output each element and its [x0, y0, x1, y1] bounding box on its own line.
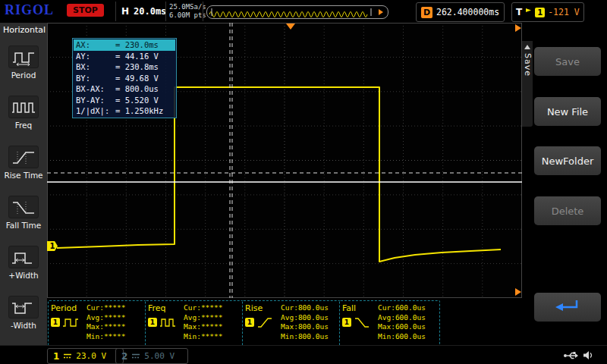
freq-icon: [8, 96, 39, 118]
cursor-row-ax: AX:= 230.0ms: [74, 39, 175, 51]
channel-badge: 1: [342, 318, 351, 327]
run-state-badge[interactable]: STOP: [67, 4, 104, 17]
off-screen-right-marker: [515, 24, 521, 32]
ch1-coupling-icon: [63, 353, 72, 359]
measurement-max: Max:*****: [86, 322, 146, 332]
ch2-scale: 5.00 V: [144, 351, 175, 361]
sidebar-item-freq[interactable]: Freq: [0, 87, 47, 137]
sidebar-item-label: Period: [11, 71, 36, 80]
ch1-status[interactable]: 1 23.0 V: [47, 348, 124, 364]
measurement-cur: Cur:800.0us: [281, 303, 340, 313]
cursor-row-ay: AY:= 44.16 V: [74, 51, 175, 62]
channel-badge: 1: [51, 318, 60, 327]
usb-icon: [563, 350, 579, 361]
oscilloscope-screen: RIGOL STOP H 20.0ms 25.0MSa/s 6.00M pts …: [0, 0, 607, 364]
rise-meas-icon: [256, 316, 273, 328]
save-menu: Save Save New File NewFolder Delete: [522, 23, 607, 345]
channel-badge: 1: [148, 318, 157, 327]
measurement-min: Min:800.0us: [281, 332, 340, 342]
delay-readout: D 262.400000ms: [416, 2, 505, 22]
cursor-row-by: BY:= 49.68 V: [74, 73, 175, 84]
sound-icon[interactable]: [583, 350, 593, 360]
measurement-bar: Period 1 Cur:***** Avg:***** Max:***** M…: [47, 298, 522, 345]
measurement-cur: Cur:*****: [86, 303, 146, 313]
measurement-avg: Avg:*****: [184, 313, 243, 323]
trigger-level-marker: [515, 288, 521, 296]
period-meas-icon: [62, 316, 79, 328]
trigger-label: T: [516, 7, 522, 17]
cursor-readout-panel: AX:= 230.0ms AY:= 44.16 V BX:= 230.8ms B…: [72, 38, 177, 118]
divider: [203, 2, 203, 21]
ch1-scale: 23.0 V: [76, 351, 106, 361]
ch1-label: 1: [53, 351, 59, 362]
channel-status-bar: 1 23.0 V 2 5.00 V: [0, 345, 607, 364]
trigger-flag-icon: [525, 8, 532, 17]
horizontal-label: H: [121, 6, 129, 17]
trigger-source-badge: 1: [535, 8, 545, 17]
sidebar-item-label: Rise Time: [4, 171, 42, 180]
measure-sidebar: Horizontal Period Freq Rise Time Fall Ti…: [0, 23, 47, 345]
divider: [165, 2, 166, 21]
delay-value: 262.400000ms: [436, 7, 499, 17]
measurement-freq[interactable]: Freq 1 Cur:***** Avg:***** Max:***** Min…: [145, 300, 246, 349]
measurement-name: Rise: [245, 303, 279, 313]
divider: [115, 2, 116, 21]
menu-tab-title: Save: [523, 53, 533, 77]
measurement-rise[interactable]: Rise 1 Cur:800.0us Avg:800.0us Max:800.0…: [242, 300, 343, 349]
sidebar-title: Horizontal: [0, 23, 47, 37]
cursor-row-bx: BX:= 230.8ms: [74, 61, 175, 73]
period-icon: [8, 46, 39, 68]
new-folder-button[interactable]: NewFolder: [534, 146, 601, 175]
memory-depth: 6.00M pts: [169, 11, 206, 19]
measurement-avg: Avg:800.0us: [281, 313, 340, 323]
measurement-name: Fall: [342, 303, 376, 313]
measurement-name: Freq: [148, 303, 182, 313]
neg-width-icon: [8, 296, 39, 318]
scope-display[interactable]: 1 AX:= 230.0ms AY:= 44.16 V BX:= 230.8ms…: [47, 23, 522, 298]
save-button[interactable]: Save: [534, 47, 601, 76]
cursor-row-dx: BX-AX:= 800.0us: [74, 83, 175, 95]
delete-button[interactable]: Delete: [534, 196, 601, 225]
measurement-name: Period: [51, 303, 85, 313]
measurement-min: Min:600.0us: [378, 332, 437, 342]
cursor-row-inv-dx: 1/|dX|:= 1.250kHz: [74, 105, 175, 117]
measurement-cur: Cur:*****: [184, 303, 243, 313]
ch2-coupling-icon: [131, 353, 140, 359]
rise-time-icon: [8, 146, 39, 168]
sidebar-item-neg-width[interactable]: -Width: [0, 287, 47, 337]
timebase-value: 20.0ms: [134, 6, 166, 17]
sidebar-item-label: +Width: [8, 271, 38, 280]
measurement-avg: Avg:600.0us: [378, 313, 437, 323]
rigol-logo: RIGOL: [5, 2, 54, 18]
measurement-max: Max:*****: [184, 322, 243, 332]
pos-width-icon: [8, 246, 39, 268]
trigger-readout: T 1 -121 V: [511, 2, 584, 22]
sidebar-item-label: -Width: [11, 321, 36, 330]
measurement-period[interactable]: Period 1 Cur:***** Avg:***** Max:***** M…: [48, 300, 149, 349]
sidebar-item-label: Fall Time: [6, 221, 41, 230]
measurement-min: Min:*****: [184, 332, 243, 342]
fall-time-icon: [8, 196, 39, 218]
menu-up-arrow-icon: [524, 45, 530, 49]
measurement-max: Max:800.0us: [281, 322, 340, 332]
trigger-level: -121 V: [548, 7, 580, 17]
sidebar-item-pos-width[interactable]: +Width: [0, 237, 47, 287]
ch2-status[interactable]: 2 5.00 V: [115, 348, 188, 364]
sidebar-item-label: Freq: [15, 121, 33, 130]
confirm-button[interactable]: [534, 293, 601, 322]
new-file-button[interactable]: New File: [534, 97, 601, 126]
memory-position-bar[interactable]: [206, 5, 388, 19]
fall-meas-icon: [354, 316, 370, 328]
measurement-cur: Cur:600.0us: [378, 303, 437, 313]
freq-meas-icon: [159, 316, 176, 328]
return-arrow-icon: [552, 297, 583, 316]
cursor-row-dy: BY-AY:= 5.520 V: [74, 95, 175, 106]
measurement-fall[interactable]: Fall 1 Cur:600.0us Avg:600.0us Max:600.0…: [339, 300, 440, 349]
sidebar-item-period[interactable]: Period: [0, 37, 47, 87]
sidebar-item-fall-time[interactable]: Fall Time: [0, 187, 47, 237]
measurement-max: Max:600.0us: [378, 322, 437, 332]
ch2-label: 2: [121, 351, 127, 362]
measurement-avg: Avg:*****: [86, 313, 146, 323]
sidebar-item-rise-time[interactable]: Rise Time: [0, 137, 47, 187]
measurement-min: Min:*****: [86, 332, 146, 342]
